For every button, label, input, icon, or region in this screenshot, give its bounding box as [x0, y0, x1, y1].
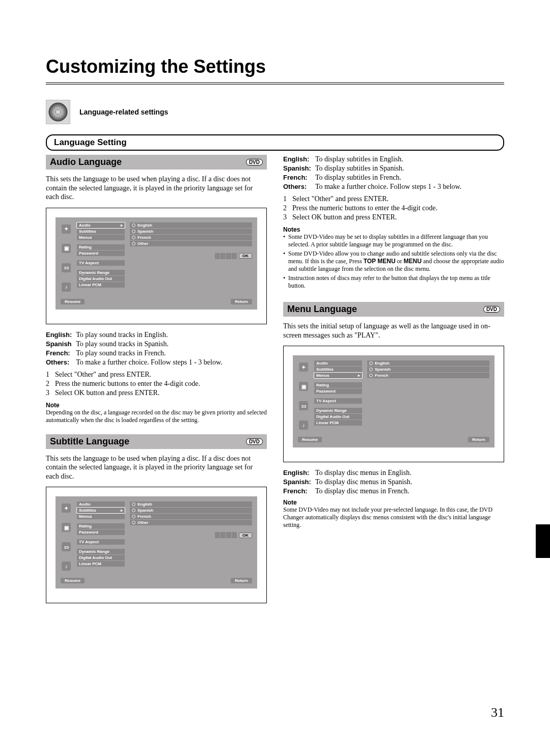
notes-heading: Notes	[283, 226, 504, 233]
note-heading: Note	[283, 499, 504, 506]
tab-header: Language Setting	[46, 134, 504, 151]
osd-menu-item: TV Aspect	[314, 398, 362, 404]
osd-menu-item: Digital Audio Out	[314, 414, 362, 419]
note-heading: Note	[46, 402, 267, 409]
osd-resume-button: Resume	[61, 299, 85, 304]
osd-option: French	[130, 514, 252, 519]
menu-heading-bar: Menu Language DVD	[283, 302, 504, 317]
osd-option: Spanish	[130, 508, 252, 513]
subtitle-heading: Subtitle Language	[50, 436, 129, 447]
osd-menu-item: Subtitles	[77, 229, 125, 234]
osd-option: English	[130, 222, 252, 228]
intro-label: Language-related settings	[79, 108, 168, 116]
osd-screenshot-subtitle: ✦ ▣ ▭ ♪ Audio Subtitles▸ Menus	[46, 487, 267, 603]
dvd-badge: DVD	[246, 159, 263, 165]
osd-menu-item: Menus	[77, 514, 125, 519]
osd-option: Spanish	[367, 367, 489, 372]
osd-tab-icon: ▣	[62, 244, 71, 253]
subtitle-definitions: English:To display subtitles in English.…	[283, 155, 463, 191]
osd-option: English	[130, 501, 252, 507]
osd-option: French	[367, 373, 489, 378]
page-title: Customizing the Settings	[46, 56, 504, 85]
osd-resume-button: Resume	[61, 578, 85, 583]
subtitle-steps: 1Select "Other" and press ENTER. 2Press …	[283, 194, 504, 222]
osd-menu-item: Digital Audio Out	[77, 555, 125, 561]
osd-menu-item: Audio▸	[77, 222, 125, 228]
osd-tab-icon: ♪	[62, 283, 71, 292]
audio-steps: 1Select "Other" and press ENTER. 2Press …	[46, 370, 267, 398]
osd-menu-item: Subtitles▸	[77, 508, 125, 513]
osd-menu-item: TV Aspect	[77, 260, 125, 266]
osd-menu-item: Dynamic Range	[77, 270, 125, 275]
intro-row: Language-related settings	[46, 100, 504, 124]
osd-menu-item: Audio	[314, 360, 362, 366]
osd-tab-icon: ✦	[62, 225, 71, 234]
osd-code-field	[215, 253, 237, 259]
audio-heading: Audio Language	[50, 157, 122, 167]
osd-code-field	[215, 532, 237, 538]
osd-tab-icon: ♪	[299, 421, 308, 430]
osd-tab-icon: ✦	[299, 362, 308, 372]
osd-screenshot-menu: ✦ ▣ ▭ ♪ Audio Subtitles Menus▸	[283, 346, 504, 462]
osd-menu-item: Dynamic Range	[77, 549, 125, 554]
osd-option: Other	[130, 241, 252, 246]
osd-menu-item: Rating	[77, 523, 125, 529]
dvd-badge: DVD	[483, 306, 500, 313]
osd-tab-icon: ▭	[62, 263, 71, 272]
osd-option: English	[367, 360, 489, 366]
osd-tab-icon: ♪	[62, 562, 71, 571]
osd-option: French	[130, 235, 252, 240]
left-column: Audio Language DVD This sets the languag…	[46, 155, 267, 609]
side-tab-marker	[536, 524, 550, 558]
osd-menu-item: Menus▸	[314, 373, 362, 378]
subtitle-heading-bar: Subtitle Language DVD	[46, 434, 267, 449]
page-number: 31	[491, 705, 504, 720]
audio-definitions: English:To play sound tracks in English.…	[46, 330, 225, 367]
menu-definitions: English:To display disc menus in English…	[283, 468, 414, 496]
osd-menu-item: Subtitles	[314, 367, 362, 372]
dvd-badge: DVD	[246, 438, 263, 445]
disc-icon	[46, 100, 70, 124]
audio-desc: This sets the language to be used when p…	[46, 175, 267, 202]
osd-resume-button: Resume	[298, 437, 322, 442]
osd-return-button: Return	[468, 437, 489, 442]
right-column: English:To display subtitles in English.…	[283, 155, 504, 609]
osd-menu-item: TV Aspect	[77, 539, 125, 545]
osd-menu-item: Linear PCM	[77, 561, 125, 567]
osd-tab-icon: ▭	[299, 401, 308, 410]
osd-ok-button: OK	[239, 533, 252, 538]
svg-point-1	[56, 109, 61, 115]
menu-heading: Menu Language	[287, 304, 357, 315]
menu-note: Some DVD-Video may not include your pre-…	[283, 506, 504, 529]
osd-menu-item: Linear PCM	[314, 420, 362, 426]
osd-tab-icon: ✦	[62, 503, 71, 513]
osd-return-button: Return	[231, 578, 252, 583]
osd-menu-item: Rating	[314, 382, 362, 388]
subtitle-desc: This sets the language to be used when p…	[46, 454, 267, 481]
osd-menu-item: Menus	[77, 235, 125, 240]
osd-ok-button: OK	[239, 253, 252, 259]
osd-menu-item: Password	[314, 388, 362, 394]
audio-heading-bar: Audio Language DVD	[46, 155, 267, 170]
osd-menu-item: Password	[77, 529, 125, 535]
audio-note: Depending on the disc, a language record…	[46, 409, 267, 424]
osd-option: Other	[130, 520, 252, 525]
osd-menu-item: Digital Audio Out	[77, 276, 125, 282]
subtitle-notes: Some DVD-Video may be set to display sub…	[283, 233, 504, 290]
osd-tab-icon: ▣	[62, 523, 71, 532]
osd-menu-item: Audio	[77, 501, 125, 507]
osd-option: Spanish	[130, 229, 252, 234]
osd-tab-icon: ▭	[62, 542, 71, 551]
osd-tab-icon: ▣	[299, 382, 308, 391]
osd-menu-item: Linear PCM	[77, 282, 125, 288]
osd-menu-item: Dynamic Range	[314, 408, 362, 413]
osd-menu-item: Password	[77, 250, 125, 256]
osd-menu-item: Rating	[77, 244, 125, 250]
osd-return-button: Return	[231, 299, 252, 304]
osd-screenshot-audio: ✦ ▣ ▭ ♪ Audio▸ Subtitles Menus	[46, 208, 267, 324]
menu-desc: This sets the initial setup of language …	[283, 322, 504, 340]
